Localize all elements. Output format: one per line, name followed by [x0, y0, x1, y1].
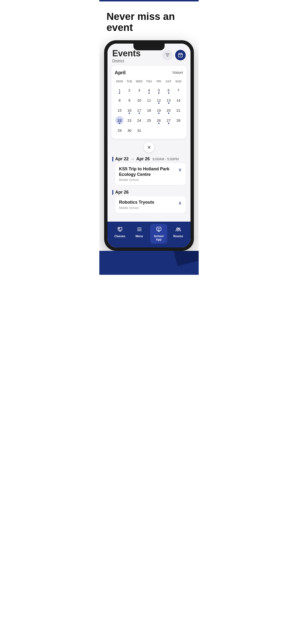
day-number: 2 — [128, 88, 130, 92]
calendar-day-cell[interactable]: 1 — [115, 85, 124, 95]
calendar-day-cell[interactable]: 15 — [115, 105, 124, 115]
calendar-day-cell[interactable]: 24 — [134, 115, 144, 125]
day-number: 28 — [176, 118, 181, 122]
calendar-day-cell[interactable]: 25 — [144, 115, 154, 125]
calendar-day-cell[interactable]: 6 — [164, 85, 174, 95]
calendar-day-cell — [154, 125, 164, 135]
calendar-day[interactable]: 14 — [175, 96, 183, 104]
nav-button-classes[interactable]: Classes — [111, 224, 128, 244]
svg-point-13 — [177, 228, 178, 229]
calendar-day-cell[interactable]: 31 — [134, 125, 144, 135]
day-number: 1 — [118, 88, 120, 92]
day-number: 16 — [127, 108, 131, 112]
day-number: 5 — [158, 88, 160, 92]
chevron-down-icon[interactable]: ∨ — [178, 167, 182, 172]
chevron-up-icon[interactable]: ∧ — [178, 200, 182, 206]
event-dot — [168, 102, 169, 104]
calendar-day-cell[interactable]: 8 — [115, 95, 124, 105]
nav-button-rooms[interactable]: Rooms — [170, 224, 187, 244]
calendar-day[interactable]: 5 — [155, 86, 163, 94]
calendar-day-cell[interactable]: 7 — [174, 85, 183, 95]
event-dot — [119, 123, 120, 124]
calendar-day-cell[interactable]: 22 — [115, 115, 124, 125]
event-location: Middle School — [119, 206, 154, 210]
calendar-day[interactable]: 20 — [165, 106, 173, 114]
calendar-day[interactable]: 6 — [165, 86, 173, 94]
close-calendar-button[interactable]: ✕ — [144, 142, 154, 152]
calendar-day[interactable]: 27 — [165, 116, 173, 124]
calendar-day-cell — [144, 125, 154, 135]
calendar-day-cell[interactable]: 27 — [164, 115, 174, 125]
calendar-day[interactable]: 31 — [135, 126, 143, 134]
event-date-bar — [112, 157, 113, 162]
calendar-day[interactable]: 8 — [115, 96, 123, 104]
calendar-day[interactable]: 16 — [125, 106, 133, 114]
calendar-day-cell[interactable]: 14 — [174, 95, 183, 105]
calendar-day-cell[interactable]: 29 — [115, 125, 124, 135]
filter-button[interactable] — [162, 50, 173, 60]
calendar-day-cell[interactable]: 20 — [164, 105, 174, 115]
calendar-day[interactable]: 29 — [115, 126, 123, 134]
calendar-day-cell[interactable]: 10 — [134, 95, 144, 105]
calendar-view-button[interactable] — [175, 50, 186, 60]
calendar-day-cell[interactable]: 21 — [174, 105, 183, 115]
calendar-day-cell[interactable]: 5 — [154, 85, 164, 95]
bottom-section — [99, 251, 199, 275]
calendar-day[interactable]: 4 — [145, 86, 153, 94]
event-name: Robotics Tryouts — [119, 200, 154, 205]
calendar-day[interactable]: 12 — [155, 96, 163, 104]
calendar-day-cell[interactable]: 16 — [124, 105, 134, 115]
calendar-day[interactable]: 19 — [155, 106, 163, 114]
event-name: KS5 Trip to Holland Park Ecology Centre — [119, 166, 176, 177]
calendar-day[interactable]: 1 — [115, 86, 123, 94]
calendar-day-cell[interactable]: 30 — [124, 125, 134, 135]
calendar-day[interactable]: 7 — [175, 86, 183, 94]
calendar-day[interactable]: 11 — [145, 96, 153, 104]
calendar-day[interactable]: 15 — [115, 106, 123, 114]
calendar-day[interactable]: 23 — [125, 116, 133, 124]
event-card[interactable]: Robotics TryoutsMiddle School∧ — [115, 196, 186, 213]
calendar-day-cell[interactable]: 23 — [124, 115, 134, 125]
calendar-day[interactable]: 30 — [125, 126, 133, 134]
calendar-day-cell[interactable]: 12 — [154, 95, 164, 105]
nav-label-school-app: School App — [152, 234, 165, 241]
calendar-day-cell[interactable]: 17 — [134, 105, 144, 115]
event-item: Apr 26Robotics TryoutsMiddle School∧ — [112, 190, 186, 213]
calendar-day[interactable]: 26 — [155, 116, 163, 124]
event-location: Middle School — [119, 178, 176, 182]
calendar-day-cell[interactable]: 9 — [124, 95, 134, 105]
calendar-day-cell[interactable]: 18 — [144, 105, 154, 115]
calendar-day[interactable]: 28 — [175, 116, 183, 124]
event-date-row: Apr 22→Apr 268:00AM - 5:00PM — [112, 156, 186, 162]
calendar-day-cell[interactable]: 26 — [154, 115, 164, 125]
calendar-day[interactable]: 18 — [145, 106, 153, 114]
event-dot — [158, 92, 159, 94]
calendar-day-cell — [164, 125, 174, 135]
calendar-day[interactable]: 24 — [135, 116, 143, 124]
calendar-day-cell[interactable]: 4 — [144, 85, 154, 95]
day-number: 31 — [137, 128, 141, 132]
calendar-day-cell[interactable]: 13 — [164, 95, 174, 105]
calendar-day[interactable]: 3 — [135, 86, 143, 94]
calendar-day[interactable]: 21 — [175, 106, 183, 114]
calendar-day-cell[interactable]: 11 — [144, 95, 154, 105]
event-card[interactable]: KS5 Trip to Holland Park Ecology CentreM… — [115, 163, 186, 185]
calendar-day[interactable]: 2 — [125, 86, 133, 94]
nav-button-school-app[interactable]: School App — [150, 224, 167, 244]
day-number: 13 — [167, 98, 171, 102]
calendar-day[interactable]: 25 — [145, 116, 153, 124]
header-buttons — [162, 50, 186, 60]
calendar-month: April — [115, 70, 126, 76]
page-header: Never miss an event — [99, 2, 199, 40]
calendar-day-cell[interactable]: 3 — [134, 85, 144, 95]
calendar-today[interactable]: 22 — [115, 116, 123, 124]
calendar-day[interactable]: 13 — [165, 96, 173, 104]
today-button[interactable]: TODAY — [172, 71, 183, 74]
calendar-day-cell[interactable]: 2 — [124, 85, 134, 95]
calendar-day[interactable]: 10 — [135, 96, 143, 104]
calendar-day-cell[interactable]: 28 — [174, 115, 183, 125]
nav-button-menu[interactable]: Menu — [131, 224, 148, 244]
calendar-day-cell[interactable]: 19 — [154, 105, 164, 115]
calendar-day[interactable]: 9 — [125, 96, 133, 104]
calendar-day[interactable]: 17 — [135, 106, 143, 114]
